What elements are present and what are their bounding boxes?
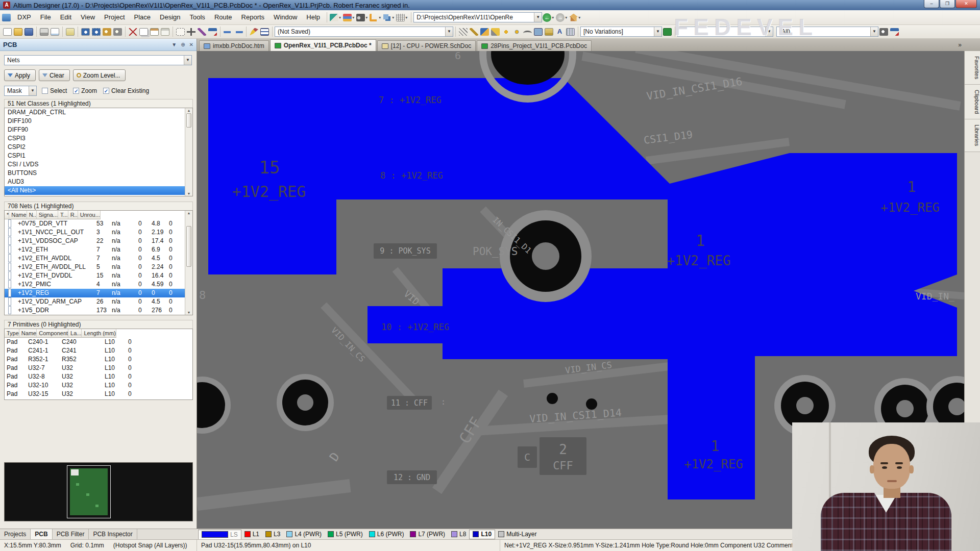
browse-mode-combo[interactable]: Nets▼ [4, 55, 192, 65]
net-row[interactable]: +1V2_ETH_AVDDL_PLL 5 n/a 0 2.24 0 [5, 263, 185, 271]
net-row[interactable]: +1V2_REG 7 n/a 0 0 0 [5, 289, 185, 297]
layer-stack-icon[interactable] [343, 14, 352, 21]
zoom-level-button[interactable]: Zoom Level... [73, 69, 126, 81]
menu-item[interactable]: Place [130, 11, 156, 24]
pad-icon[interactable] [512, 28, 521, 36]
board-planning-icon[interactable] [330, 14, 338, 21]
scope-combo[interactable]: (All)▼ [776, 27, 878, 37]
document-tab[interactable]: OpenRex_V1I1_PCB.PcbDoc * [270, 39, 376, 51]
grid-icon[interactable] [396, 14, 405, 21]
option-checkbox[interactable]: Clear Existing [103, 87, 149, 94]
column-header[interactable]: T... [58, 211, 68, 219]
primitive-row[interactable]: Pad R352-1 R352 L10 0 [5, 355, 192, 364]
net-checkbox[interactable] [8, 271, 11, 280]
clear-filter-icon[interactable] [208, 28, 217, 36]
back-button[interactable]: ← [543, 13, 551, 22]
column-header[interactable]: Type [5, 329, 19, 338]
menu-item[interactable]: Edit [56, 11, 76, 24]
column-header[interactable]: Name [9, 211, 27, 219]
route-diff-icon[interactable] [470, 28, 478, 36]
menu-item[interactable]: Window [269, 11, 302, 24]
net-class-row[interactable]: <All Nets> [5, 186, 185, 195]
column-header[interactable]: N.. [27, 211, 37, 219]
menu-item[interactable]: Design [155, 11, 185, 24]
primitive-row[interactable]: Pad C240-1 C240 L10 0 [5, 338, 192, 346]
workspace-panel-tab[interactable]: Projects [0, 529, 31, 539]
via-icon[interactable] [502, 28, 510, 36]
panel-close-icon[interactable]: ✕ [189, 42, 193, 47]
menu-item[interactable]: Help [302, 11, 325, 24]
net-checkbox[interactable] [8, 254, 11, 262]
clear-button[interactable]: Clear [39, 69, 70, 81]
menu-item[interactable]: File [36, 11, 56, 24]
minimize-button[interactable]: – [924, 0, 939, 8]
panels-icon[interactable] [66, 28, 75, 36]
layer-tab[interactable]: L5 (PWR) [325, 530, 366, 539]
net-checkbox[interactable] [8, 228, 11, 236]
variations-combo[interactable]: [No Variations]▼ [580, 27, 662, 37]
zoom-area-icon[interactable] [103, 28, 111, 36]
layer-tab[interactable]: LS [198, 530, 241, 539]
forward-button[interactable]: → [556, 13, 565, 22]
arc-icon[interactable] [523, 31, 532, 36]
redo-icon[interactable] [234, 28, 243, 36]
move-icon[interactable] [187, 28, 195, 36]
zoom-doc-icon[interactable] [92, 28, 101, 36]
mask-combo[interactable]: Mask▼ [4, 86, 37, 96]
undo-icon[interactable] [224, 28, 232, 36]
side-panel-tab[interactable]: Favorites [965, 51, 980, 85]
net-row[interactable]: +1V2_VDD_ARM_CAP 26 n/a 0 4.5 0 [5, 297, 185, 306]
room-icon[interactable] [383, 14, 391, 21]
align-icon[interactable] [370, 14, 378, 21]
pen-icon[interactable] [250, 28, 258, 36]
document-tab[interactable]: [12] - CPU - POWER.SchDoc [377, 40, 476, 51]
net-class-row[interactable]: CSI / LVDS [5, 160, 185, 169]
net-row[interactable]: +1V1_NVCC_PLL_OUT 3 n/a 0 2.19 0 [5, 228, 185, 237]
column-header[interactable]: Unrou... [78, 211, 101, 219]
offset-icon[interactable] [198, 28, 206, 36]
menu-item[interactable]: Project [100, 11, 129, 24]
filter-zoom-icon[interactable] [879, 28, 888, 36]
pcb-panel-header[interactable]: PCB ▼ ⊕ ✕ [0, 39, 197, 51]
net-row[interactable]: +1V1_VDDSOC_CAP 22 n/a 0 17.4 0 [5, 237, 185, 245]
net-row[interactable]: +1V2_PMIC 4 n/a 0 4.59 0 [5, 280, 185, 289]
apply-button[interactable]: Apply [4, 69, 36, 81]
net-class-row[interactable]: DIFF90 [5, 126, 185, 134]
document-tab[interactable]: 28Pins_Project_V1I1_PCB.PcbDoc [477, 40, 592, 51]
net-class-row[interactable]: CSPI3 [5, 134, 185, 143]
primitive-row[interactable]: Pad U32-7 U32 L10 0 [5, 364, 192, 372]
find-icon[interactable] [356, 14, 365, 21]
title-bar[interactable]: A Altium Designer (17.0) - D:\Projects\O… [0, 0, 980, 10]
column-header[interactable]: Component [37, 329, 68, 338]
route-edit-icon[interactable] [491, 28, 500, 36]
fill-icon[interactable] [534, 28, 543, 36]
maximize-button[interactable]: ❐ [940, 0, 955, 8]
column-header[interactable]: Signa... [37, 211, 58, 219]
net-checkbox[interactable] [8, 280, 11, 288]
open-icon[interactable] [14, 28, 22, 36]
net-checkbox[interactable] [8, 306, 11, 314]
net-row[interactable]: +1V5_DDR 173 n/a 0 276 0 [5, 306, 185, 315]
layer-tab[interactable]: L6 (PWR) [366, 530, 407, 539]
primitive-row[interactable]: Pad C241-1 C241 L10 0 [5, 346, 192, 355]
menu-item[interactable]: DXP [13, 11, 36, 24]
new-icon[interactable] [3, 28, 12, 36]
net-class-row[interactable]: CSPI2 [5, 143, 185, 152]
menu-item[interactable]: Tools [185, 11, 210, 24]
layer-tab[interactable]: Multi-Layer [495, 530, 540, 539]
menu-item[interactable]: View [76, 11, 100, 24]
filter-clear-icon[interactable] [890, 28, 899, 36]
primitive-row[interactable]: Pad U32-8 U32 L10 0 [5, 372, 192, 381]
net-checkbox[interactable] [8, 289, 11, 297]
empty-combo[interactable]: ▼ [677, 27, 773, 37]
layer-tab[interactable]: L8 [448, 530, 469, 539]
net-row[interactable]: +0V75_DDR_VTT 53 n/a 0 4.8 0 [5, 219, 185, 228]
layer-tab[interactable]: L7 (PWR) [407, 530, 448, 539]
net-row[interactable]: +1V2_ETH 7 n/a 0 6.9 0 [5, 245, 185, 254]
net-row[interactable]: +1V2_ETH_AVDDL 7 n/a 0 4.5 0 [5, 254, 185, 263]
layer-tab[interactable]: L3 [262, 530, 283, 539]
workspace-panel-tab[interactable]: PCB Filter [53, 529, 89, 539]
board-minimap[interactable] [4, 462, 193, 521]
column-header[interactable]: * [5, 211, 9, 219]
string-icon[interactable]: A [555, 28, 564, 36]
